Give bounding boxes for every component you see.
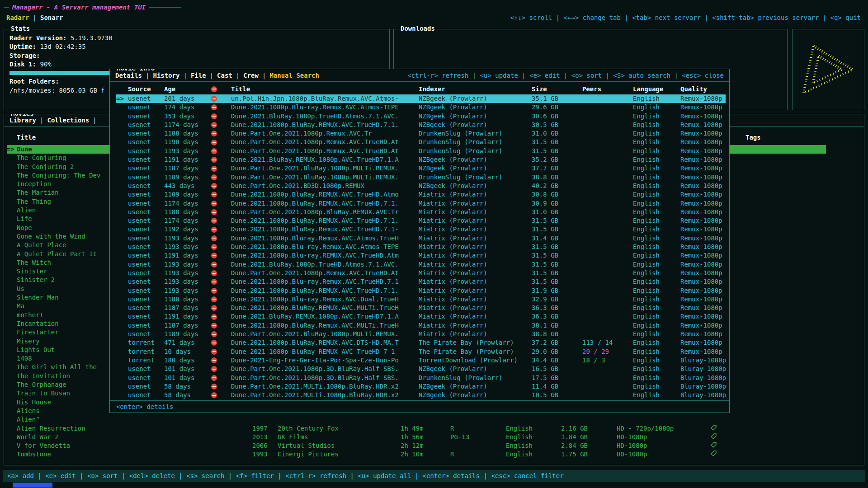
movie-runtime [401,415,450,424]
release-row[interactable]: usenet 1174 days Dune.2021.1080p.BluRay.… [116,121,726,129]
movie-tags [745,250,826,258]
release-row[interactable]: usenet 1193 days Dune.2021.1080p.Bluray.… [116,234,726,243]
release-row[interactable]: torrent 10 days Dune 2021 1080p BluRay R… [116,347,726,356]
release-row[interactable]: usenet 353 days Dune.2021.BluRay.1080p.T… [116,112,726,121]
tag-icon [711,424,745,433]
release-row[interactable]: usenet 1188 days Dune.Part.One.2021.1080… [116,208,726,216]
release-row[interactable]: usenet 174 days Dune.2021.1080p.Blu-ray.… [116,103,726,112]
release-row[interactable]: usenet 1193 days Dune.2021.BluRay.1080p.… [116,260,726,269]
release-row[interactable]: usenet 1193 days Dune.2021.1080p.Blu-ray… [116,243,726,251]
release-row[interactable]: usenet 1189 days Dune.Part.One.2021.BluR… [116,173,726,182]
movie-list-row[interactable]: Tombstone 1993 Cinergi Pictures 2h 10m R… [7,450,826,459]
search-table-header: Source Age Title Indexer Size Peers Lang… [116,84,726,94]
selection-marker [7,180,17,188]
release-row[interactable]: usenet 58 days Dune.Part.One.2021.MULTi.… [116,391,726,399]
movie-list-row[interactable]: World War Z 2013 GK Films 1h 56m PG-13 E… [7,433,826,441]
release-row[interactable]: usenet 1174 days Dune.2021.1080p.BluRay.… [116,216,726,225]
release-row[interactable]: usenet 1193 days Dune.Part.One.2021.1080… [116,147,726,155]
release-row[interactable]: usenet 1187 days Dune.Part.One.2021.BluR… [116,164,726,173]
movie-tags [745,450,826,459]
release-age: 1174 days [164,216,211,225]
release-size: 30.9 GB [532,199,582,208]
release-title: Dune.Part.One.2021.1080p.BluRay.REMUX.AV… [231,208,419,216]
tab-collections[interactable]: Collections [47,117,89,124]
release-quality: Remux-1080p [680,147,726,155]
release-quality: Remux-1080p [680,112,726,121]
movie-list-row[interactable]: Alien Resurrection 1997 20th Century Fox… [7,424,826,433]
selection-marker [7,398,17,407]
release-row[interactable]: usenet 1193 days Dune.Part.One.2021.1080… [116,269,726,277]
rejected-icon [211,305,217,311]
release-title: Dune-2021-Eng-Fre-Ger-Ita-Por-Spa-Cze-Hu… [231,356,419,365]
release-row[interactable]: usenet 1190 days Dune.Part.One.2021.1080… [116,138,726,146]
tab-crew[interactable]: Crew [243,72,259,79]
release-row[interactable]: usenet 1191 days Dune.2021.BluRay.REMUX.… [116,155,726,164]
rejected-icon [211,201,217,206]
release-row[interactable]: usenet 443 days Dune.Part.One.2021.BD3D.… [116,182,726,190]
tab-history[interactable]: History [153,72,179,79]
tab-file[interactable]: File [191,72,206,79]
movie-list-row[interactable]: Alien³ [7,415,826,424]
release-indexer: Miatrix (Prowlarr) [419,277,532,286]
release-quality: Remux-1080p [680,269,726,277]
release-row[interactable]: usenet 1193 days Dune.2021.1080p.BluRay.… [116,286,726,295]
release-row[interactable]: usenet 1180 days Dune.2021.1080p.Blu-ray… [116,295,726,304]
release-row[interactable]: usenet 1193 days Dune.2021.1080p.Blu-ray… [116,277,726,286]
release-language: English [633,347,680,356]
tab-details[interactable]: Details [115,72,142,79]
movie-size [561,415,617,424]
release-row[interactable]: usenet 1192 days Dune.2021.1080p.BluRay.… [116,225,726,234]
rejected-icon [211,288,217,294]
release-row[interactable]: usenet 101 days Dune.Part.One.2021.1080p… [116,374,726,382]
selection-marker [7,224,17,232]
release-row[interactable]: => usenet 201 days un.Pol.Hin.Jpn.1080p.… [116,94,726,103]
rejected-icon [211,148,217,154]
tab-radarr[interactable]: Radarr [6,14,29,21]
release-source: usenet [128,243,164,251]
tab-sonarr[interactable]: Sonarr [40,14,63,21]
release-language: English [633,190,680,199]
release-row[interactable]: usenet 1187 days Dune.2021.1080p.BluRay.… [116,321,726,330]
release-size: 31.5 GB [532,147,582,155]
release-size: 31.5 GB [532,269,582,277]
tab-manual-search[interactable]: Manual Search [269,72,319,79]
release-indexer: DrunkenSlug (Prowlarr) [419,374,532,382]
release-title: Dune.2021.1080p.Blu-ray.Remux.AVC.Atmos-… [231,103,419,112]
tab-library[interactable]: Library [9,117,36,124]
selection-marker [7,241,17,249]
release-size: 29.0 GB [532,347,582,356]
release-row[interactable]: usenet 1191 days Dune.2021.1080p.Blu-ray… [116,251,726,260]
release-age: 1188 days [164,129,211,138]
release-row[interactable]: torrent 180 days Dune-2021-Eng-Fre-Ger-I… [116,356,726,365]
release-peers [582,321,633,330]
release-language: English [633,173,680,182]
release-size: 31.9 GB [532,286,582,295]
release-source: usenet [128,112,164,121]
release-row[interactable]: usenet 58 days Dune.Part.One.2021.MULTi.… [116,382,726,391]
release-age: 101 days [164,374,211,382]
movie-certification: R [450,424,506,433]
release-row[interactable]: usenet 101 days Dune.Part.One.2021.1080p… [116,365,726,373]
release-quality: Remux-1080p [680,330,726,338]
rejected-icon [211,174,217,180]
release-age: 58 days [164,382,211,391]
release-size: 37.7 GB [532,164,582,173]
release-row[interactable]: torrent 471 days Dune.2021.1080p.BluRay.… [116,338,726,347]
movie-list-row[interactable]: V for Vendetta 2006 Virtual Studios 2h 1… [7,441,826,450]
movies-panel-title: Movies [9,114,36,117]
release-row[interactable]: usenet 1191 days Dune.2021.BluRay.REMUX.… [116,312,726,321]
movie-tags [745,215,826,223]
tab-cast[interactable]: Cast [217,72,232,79]
rejected-icon [211,323,217,328]
release-title: Dune.2021.1080p.BluRay.REMUX.AVC.TrueHD.… [231,199,419,208]
stat-disk: Disk 1: 90% [9,60,384,69]
release-row[interactable]: usenet 1187 days Dune.2021.1080p.BluRay.… [116,304,726,312]
release-row[interactable]: usenet 1188 days Dune.Part.One.2021.1080… [116,129,726,138]
release-row[interactable]: usenet 1174 days Dune.2021.1080p.BluRay.… [116,199,726,208]
release-size: 31.4 GB [532,234,582,243]
release-row[interactable]: usenet 1109 days Dune.2021.1080p.BluRay.… [116,190,726,199]
movie-tags [745,354,826,363]
release-age: 1191 days [164,312,211,321]
release-age: 1180 days [164,295,211,304]
release-row[interactable]: usenet 1189 days Dune.Part.One.2021.BluR… [116,330,726,338]
